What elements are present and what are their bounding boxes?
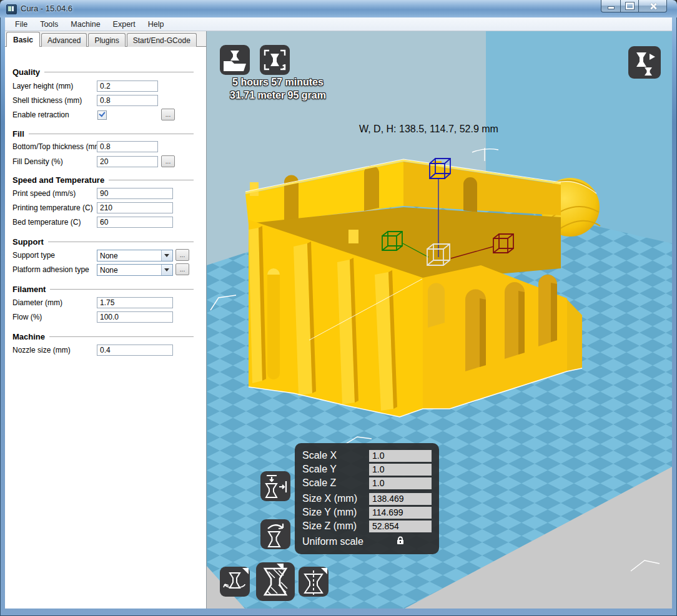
size-x-row: Size X (mm) 138.469 — [302, 492, 432, 506]
layer-height-input[interactable] — [97, 81, 158, 92]
row-shell-thickness: Shell thickness (mm) — [5, 95, 206, 106]
diameter-input[interactable] — [97, 297, 173, 308]
row-flow: Flow (%) — [5, 311, 206, 323]
size-z-row: Size Z (mm) 52.854 — [302, 519, 432, 533]
minimize-icon — [608, 6, 615, 9]
scale-y-input[interactable]: 1.0 — [369, 464, 432, 476]
toolpath-icon — [260, 45, 290, 75]
size-z-input[interactable]: 52.854 — [369, 521, 432, 532]
submenu-triangle-icon — [242, 568, 249, 574]
section-support: Support — [12, 237, 194, 247]
section-speed-temperature: Speed and Temperature — [12, 175, 194, 185]
scale-tool-icon — [256, 562, 295, 601]
basic-settings: Quality Layer height (mm) Shell thicknes… — [5, 46, 206, 609]
row-printing-temperature: Printing temperature (C) — [5, 202, 206, 213]
load-model-button[interactable] — [220, 45, 250, 75]
close-button[interactable] — [639, 0, 667, 12]
estimate-time: 5 hours 57 minutes — [218, 76, 338, 89]
close-icon — [650, 2, 656, 9]
scale-z-input[interactable]: 1.0 — [369, 477, 432, 489]
scale-y-row: Scale Y 1.0 — [302, 462, 432, 476]
flow-input[interactable] — [97, 311, 173, 323]
scale-to-max-icon — [260, 471, 290, 501]
bottom-top-thickness-input[interactable] — [97, 141, 158, 152]
scale-x-row: Scale X 1.0 — [302, 449, 432, 462]
view-mode-button[interactable] — [628, 46, 661, 79]
scale-tool-button-active[interactable] — [256, 562, 295, 601]
mirror-tool-button[interactable] — [299, 567, 329, 597]
section-fill: Fill — [12, 129, 194, 139]
window-title: Cura - 15.04.6 — [21, 4, 72, 13]
print-speed-input[interactable] — [97, 188, 173, 199]
scale-tool-panel: Scale X 1.0 Scale Y 1.0 Scale Z 1.0 Size… — [295, 443, 439, 554]
retraction-more-button[interactable]: ... — [161, 109, 175, 120]
fill-density-input[interactable] — [97, 156, 158, 167]
row-platform-adhesion: Platform adhesion type None ... — [5, 264, 206, 275]
toolpath-button[interactable] — [260, 45, 290, 75]
rotate-tool-button[interactable] — [220, 567, 250, 597]
nozzle-size-input[interactable] — [97, 345, 173, 356]
cura-window: Cura - 15.04.6 File Tools Machine Expert… — [0, 0, 677, 616]
section-quality: Quality — [12, 67, 194, 77]
tab-strip: Basic Advanced Plugins Start/End-GCode — [5, 31, 206, 47]
row-bottom-top-thickness: Bottom/Top thickness (mm) — [5, 141, 206, 152]
tab-advanced[interactable]: Advanced — [41, 33, 87, 47]
maximize-button[interactable] — [621, 0, 639, 12]
row-support-type: Support type None ... — [5, 250, 206, 261]
model-dimensions-label: W, D, H: 138.5, 114.7, 52.9 mm — [359, 124, 498, 135]
reset-scale-icon — [260, 519, 290, 549]
menu-tools[interactable]: Tools — [34, 19, 64, 30]
platform-adhesion-select[interactable]: None — [97, 264, 173, 276]
estimate-material: 31.71 meter 95 gram — [218, 89, 338, 102]
settings-panel: Basic Advanced Plugins Start/End-GCode Q… — [5, 31, 207, 609]
viewport-3d[interactable]: 5 hours 57 minutes 31.71 meter 95 gram W… — [207, 31, 672, 609]
row-layer-height: Layer height (mm) — [5, 81, 206, 92]
size-x-input[interactable]: 138.469 — [369, 493, 432, 505]
shell-thickness-input[interactable] — [97, 95, 158, 106]
tab-plugins[interactable]: Plugins — [88, 33, 125, 47]
size-y-input[interactable]: 114.699 — [369, 507, 432, 519]
print-estimate: 5 hours 57 minutes 31.71 meter 95 gram — [218, 76, 338, 102]
support-more-button[interactable]: ... — [175, 249, 189, 261]
submenu-triangle-icon — [277, 564, 284, 570]
uniform-scale-lock-button[interactable] — [369, 535, 432, 548]
scale-to-max-button[interactable] — [260, 471, 290, 501]
fill-density-more-button[interactable]: ... — [161, 155, 175, 167]
row-fill-density: Fill Density (%) ... — [5, 156, 206, 167]
chevron-down-icon — [161, 265, 172, 275]
maximize-icon — [626, 2, 634, 9]
submenu-triangle-icon — [321, 568, 327, 574]
menu-help[interactable]: Help — [142, 19, 170, 30]
view-mode-icon — [628, 46, 661, 79]
row-print-speed: Print speed (mm/s) — [5, 188, 206, 199]
row-diameter: Diameter (mm) — [5, 297, 206, 308]
reset-scale-button[interactable] — [260, 519, 290, 549]
chevron-down-icon — [161, 250, 172, 261]
model-fortress[interactable] — [245, 159, 600, 417]
uniform-scale-row: Uniform scale — [302, 534, 432, 549]
printing-temperature-input[interactable] — [97, 202, 173, 213]
menu-file[interactable]: File — [9, 19, 34, 30]
menu-bar: File Tools Machine Expert Help — [5, 17, 672, 31]
lock-icon — [395, 535, 405, 545]
section-machine: Machine — [12, 331, 194, 341]
load-model-icon — [220, 45, 250, 75]
adhesion-more-button[interactable]: ... — [175, 263, 189, 275]
row-enable-retraction: Enable retraction ... — [5, 109, 206, 120]
tab-start-end-gcode[interactable]: Start/End-GCode — [127, 33, 197, 47]
title-bar[interactable]: Cura - 15.04.6 — [0, 0, 677, 17]
bed-temperature-input[interactable] — [97, 217, 173, 228]
scale-z-row: Scale Z 1.0 — [302, 476, 432, 490]
tab-basic[interactable]: Basic — [6, 32, 40, 47]
app-icon — [6, 4, 17, 14]
enable-retraction-checkbox[interactable] — [97, 110, 107, 120]
minimize-button[interactable] — [601, 0, 621, 12]
menu-machine[interactable]: Machine — [64, 19, 106, 30]
row-nozzle-size: Nozzle size (mm) — [5, 345, 206, 356]
section-filament: Filament — [12, 284, 194, 294]
scale-x-input[interactable]: 1.0 — [369, 450, 432, 462]
size-y-row: Size Y (mm) 114.699 — [302, 506, 432, 519]
support-type-select[interactable]: None — [97, 250, 173, 262]
row-bed-temperature: Bed temperature (C) — [5, 217, 206, 228]
menu-expert[interactable]: Expert — [107, 19, 142, 30]
